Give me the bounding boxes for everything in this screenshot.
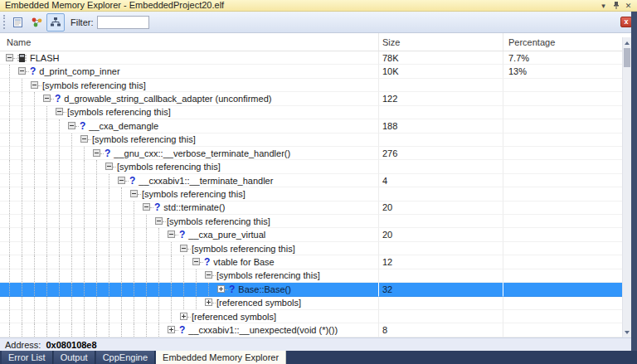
column-header-percentage[interactable]: Percentage bbox=[503, 33, 622, 51]
tree-guide-line bbox=[22, 255, 22, 268]
tree-connector-line bbox=[88, 139, 91, 140]
tree-row[interactable]: [symbols referencing this] bbox=[0, 106, 622, 119]
tree-percentage-cell: 13% bbox=[503, 65, 622, 78]
close-icon[interactable]: ✕ bbox=[622, 1, 635, 11]
tree-row[interactable]: ?__cxa_pure_virtual20 bbox=[0, 228, 622, 241]
scroll-up-icon[interactable] bbox=[623, 37, 631, 48]
symbol-question-icon: ? bbox=[179, 326, 185, 334]
tree-guide-line bbox=[84, 269, 85, 282]
tree-connector-line bbox=[63, 112, 66, 113]
tree-guide-line bbox=[34, 310, 35, 323]
tree-row[interactable]: [symbols referencing this] bbox=[0, 242, 622, 255]
filter-input[interactable] bbox=[97, 16, 149, 29]
expander-plus-line bbox=[221, 287, 221, 291]
tab-embedded-memory-explorer[interactable]: Embedded Memory Explorer bbox=[156, 351, 286, 364]
collapse-expander-icon[interactable] bbox=[56, 108, 63, 115]
tree-row[interactable]: ?__cxa_demangle188 bbox=[0, 119, 622, 133]
tree-guide-line bbox=[34, 201, 35, 214]
tree-row[interactable]: [symbols referencing this] bbox=[0, 269, 622, 283]
tree-guide-line bbox=[134, 255, 134, 268]
pin-icon[interactable] bbox=[610, 1, 622, 11]
collapse-expander-icon[interactable] bbox=[192, 258, 200, 265]
expand-expander-icon[interactable] bbox=[205, 298, 212, 306]
tree-row[interactable]: [symbols referencing this] bbox=[0, 187, 622, 201]
tree-view-icon[interactable] bbox=[46, 13, 65, 32]
tree-row[interactable]: ?std::terminate()20 bbox=[0, 201, 622, 215]
tree-name-cell: [symbols referencing this] bbox=[0, 242, 379, 255]
collapse-expander-icon[interactable] bbox=[143, 203, 150, 211]
collapse-expander-icon[interactable] bbox=[43, 95, 51, 102]
tab-cppengine[interactable]: CppEngine bbox=[96, 351, 155, 364]
collapse-expander-icon[interactable] bbox=[168, 231, 175, 238]
tree-row[interactable]: [symbols referencing this] bbox=[0, 215, 622, 228]
column-header-name[interactable]: Name bbox=[0, 33, 379, 51]
tree-label-wrap: [symbols referencing this] bbox=[167, 216, 270, 226]
report-icon[interactable] bbox=[8, 13, 27, 32]
collapse-expander-icon[interactable] bbox=[80, 135, 88, 143]
expand-expander-icon[interactable] bbox=[180, 313, 187, 320]
collapse-expander-icon[interactable] bbox=[68, 122, 75, 129]
tree-row[interactable]: ?Base::Base()32 bbox=[0, 283, 622, 296]
tree-guide-line bbox=[96, 215, 97, 227]
tree-guide-line bbox=[71, 160, 72, 172]
clear-filter-icon[interactable]: x bbox=[620, 17, 632, 27]
tree-row[interactable]: ?d_print_comp_inner10K13% bbox=[0, 65, 622, 78]
tree-guide-line bbox=[96, 187, 97, 200]
tree-guide-line bbox=[84, 160, 85, 172]
tab-output[interactable]: Output bbox=[54, 351, 95, 364]
tree-guide-line bbox=[109, 269, 109, 282]
collapse-expander-icon[interactable] bbox=[105, 163, 113, 170]
tree-row[interactable]: [referenced symbols] bbox=[0, 310, 622, 323]
tree-guide-line bbox=[22, 215, 22, 227]
collapse-expander-icon[interactable] bbox=[31, 81, 38, 89]
tree-row[interactable]: ?__cxxabiv1::__terminate_handler4 bbox=[0, 174, 622, 187]
tree-guide-line bbox=[71, 255, 72, 268]
tree-row[interactable]: ?__gnu_cxx::__verbose_terminate_handler(… bbox=[0, 147, 622, 160]
tree-row[interactable]: [symbols referencing this] bbox=[0, 160, 622, 173]
scroll-down-icon[interactable] bbox=[623, 327, 631, 337]
tree-guide-line bbox=[46, 215, 47, 227]
tree-guide-line bbox=[121, 201, 122, 214]
tree-connector-line bbox=[163, 221, 166, 222]
tab-error-list[interactable]: Error List bbox=[2, 351, 53, 364]
tree-row[interactable]: ?vtable for Base12 bbox=[0, 255, 622, 269]
tree-row[interactable]: ?__cxxabiv1::__unexpected(void (*)())8 bbox=[0, 323, 622, 337]
collapse-expander-icon[interactable] bbox=[118, 177, 125, 184]
tree-size-cell: 276 bbox=[379, 147, 503, 160]
collapse-expander-icon[interactable] bbox=[93, 149, 100, 157]
tree-guide-line bbox=[9, 228, 10, 240]
tree-name-cell: [symbols referencing this] bbox=[0, 160, 379, 173]
tree-row[interactable]: [referenced symbols] bbox=[0, 297, 622, 310]
tree-guide-line bbox=[22, 283, 22, 295]
tree-guide-line bbox=[171, 310, 172, 323]
tree-connector-line bbox=[150, 207, 153, 208]
collapse-expander-icon[interactable] bbox=[130, 190, 138, 197]
tree-guide-line bbox=[121, 228, 122, 240]
tree-row[interactable]: [symbols referencing this] bbox=[0, 79, 622, 92]
scrollbar-thumb[interactable] bbox=[624, 48, 630, 67]
toolbar-grip[interactable] bbox=[3, 15, 5, 29]
expander-minus-line bbox=[169, 234, 173, 235]
tree-guide-line bbox=[84, 255, 85, 268]
vertical-scrollbar[interactable] bbox=[622, 37, 631, 337]
tree-guide-line bbox=[96, 201, 97, 214]
expand-expander-icon[interactable] bbox=[217, 285, 225, 293]
tree-row[interactable]: FLASH78K7.7% bbox=[0, 51, 622, 65]
symbol-graph-icon[interactable] bbox=[27, 13, 46, 32]
column-header-size[interactable]: Size bbox=[379, 33, 503, 51]
collapse-expander-icon[interactable] bbox=[18, 67, 26, 75]
tree-guide-line bbox=[84, 228, 85, 240]
window-position-icon[interactable]: ▾ bbox=[597, 1, 610, 11]
tree-guide-line bbox=[109, 228, 109, 240]
dock-edge-rail[interactable] bbox=[631, 12, 637, 351]
collapse-expander-icon[interactable] bbox=[6, 54, 13, 61]
collapse-expander-icon[interactable] bbox=[180, 245, 187, 252]
tree-label-wrap: ?__cxxabiv1::__unexpected(void (*)()) bbox=[179, 325, 338, 335]
symbol-question-icon: ? bbox=[154, 203, 160, 211]
expand-expander-icon[interactable] bbox=[168, 326, 175, 333]
collapse-expander-icon[interactable] bbox=[205, 271, 212, 279]
tree-row[interactable]: ?d_growable_string_callback_adapter (unc… bbox=[0, 92, 622, 105]
collapse-expander-icon[interactable] bbox=[155, 217, 163, 225]
tree-row[interactable]: [symbols referencing this] bbox=[0, 133, 622, 147]
tool-window-titlebar[interactable]: Embedded Memory Explorer - EmbeddedProje… bbox=[0, 0, 637, 12]
